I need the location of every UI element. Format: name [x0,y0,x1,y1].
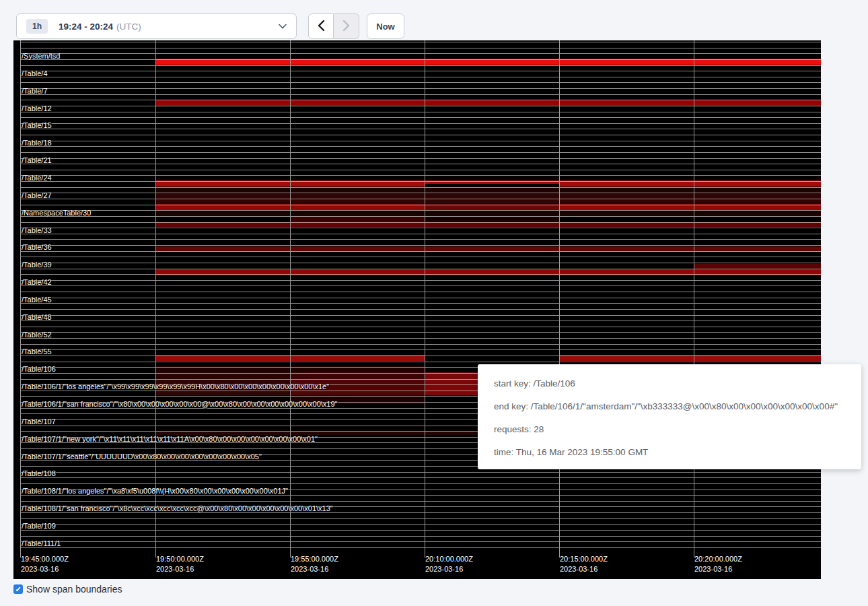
span-boundary-line [20,48,821,48]
span-boundary-line [20,59,821,60]
x-axis-tick: 19:50:00.000Z2023-03-16 [156,554,204,574]
cell-tooltip: start key: /Table/106 end key: /Table/10… [478,364,861,469]
time-range-select[interactable]: 1h 19:24 - 20:24 (UTC) [16,13,297,39]
span-boundary-line [20,152,821,153]
x-axis-tick: 20:15:00.000Z2023-03-16 [560,554,608,574]
span-boundary-line [20,82,821,83]
tooltip-requests: requests: 28 [494,418,845,441]
span-boundary-line [20,239,821,240]
row-label: /System/tsd [22,52,60,60]
span-boundary-line [20,547,821,548]
row-label: /Table/12 [22,104,52,112]
row-label: /Table/27 [22,191,52,199]
span-boundary-line [20,257,821,257]
heat-band [425,216,559,222]
span-boundary-line [20,216,821,217]
span-boundary-line [20,234,821,234]
span-boundary-line [20,536,821,537]
span-boundary-line [20,141,821,141]
span-boundary-line [20,205,821,205]
span-boundary-line [20,129,821,129]
span-boundary-line [20,327,821,327]
span-boundary-line [20,158,821,159]
span-boundary-line [20,530,821,531]
span-boundary-line [20,117,821,118]
row-label: /Table/39 [22,261,52,269]
span-boundary-line [20,164,821,164]
span-boundary-line [20,228,821,228]
span-boundary-line [20,280,821,281]
row-label: /Table/24 [22,174,52,182]
span-boundary-line [20,269,821,269]
row-label: /Table/108 [22,469,56,477]
now-button[interactable]: Now [367,13,404,39]
span-boundary-line [20,501,821,502]
tooltip-start-key: start key: /Table/106 [494,372,845,395]
span-boundary-line [20,65,821,66]
span-boundary-line [20,77,821,77]
row-label: /Table/55 [22,347,52,356]
row-label: /Table/106 [22,365,56,373]
span-boundary-line [20,349,821,350]
time-range-preset-badge: 1h [26,19,48,34]
row-label: /Table/109 [22,522,56,530]
span-boundary-line [20,94,821,95]
span-boundary-line [20,518,821,519]
span-boundary-line [20,123,821,124]
row-label: /Table/42 [22,278,52,286]
row-label: /Table/7 [22,87,48,95]
row-label: /Table/36 [22,243,52,251]
span-boundary-line [20,315,821,316]
row-label: /Table/18 [22,139,52,147]
span-boundary-line [20,135,821,135]
span-boundary-line [20,53,821,54]
heat-band [155,210,821,216]
span-boundary-line [20,263,821,263]
span-boundary-line [20,472,821,473]
span-boundary-line [20,309,821,310]
time-range-timezone: (UTC) [116,22,141,32]
heat-band [290,216,425,222]
span-boundary-line [20,477,821,478]
show-span-boundaries-label: Show span boundaries [26,584,122,595]
span-boundary-line [20,321,821,321]
span-boundary-line [20,199,821,199]
key-visualizer-heatmap[interactable]: /System/tsd/Table/4/Table/7/Table/12/Tab… [13,40,821,579]
x-axis-tick: 19:45:00.000Z2023-03-16 [21,554,69,574]
row-label: /Table/107/1/"new york"/"\x11\x11\x11\x1… [22,435,318,443]
show-span-boundaries-checkbox[interactable]: ✓ [13,584,23,594]
span-boundary-line [20,106,821,106]
span-boundary-line [20,100,821,100]
tooltip-time: time: Thu, 16 Mar 2023 19:55:00 GMT [494,441,845,464]
span-boundary-line [20,187,821,188]
row-label: /Table/48 [22,313,52,321]
span-boundary-line [20,222,821,223]
span-boundary-line [20,332,821,333]
prev-range-button[interactable] [308,13,334,39]
span-boundary-line [20,170,821,170]
span-boundary-line [20,193,821,193]
span-boundary-line [20,292,821,292]
span-boundary-line [20,338,821,339]
x-axis-tick: 19:55:00.000Z2023-03-16 [291,554,338,574]
span-boundary-line [20,298,821,298]
span-boundary-line [20,344,821,345]
tooltip-end-key: end key: /Table/106/1/"amsterdam"/"\xb33… [494,395,845,418]
x-axis-tick: 20:10:00.000Z2023-03-16 [425,554,473,574]
heat-band [694,264,821,269]
span-boundary-line [20,512,821,513]
span-boundary-line [20,112,821,112]
span-boundary-line [20,210,821,211]
span-boundary-line [20,42,821,42]
next-range-button[interactable] [334,13,359,39]
time-bucket-line [155,40,156,558]
chevron-left-icon [318,20,325,34]
row-label: /Table/108/1/"los angeles"/"\xa8\xf5\u00… [22,487,288,495]
span-boundary-line [20,251,821,252]
page: { "toolbar": { "preset": "1h", "range": … [0,0,868,606]
row-label: /Table/107/1/"seattle"/"UUUUUUD\x00\x80\… [22,452,262,461]
span-boundary-line [20,274,821,275]
row-label: /Table/15 [22,121,52,129]
heat-band [155,222,821,227]
time-bucket-line [20,40,21,558]
